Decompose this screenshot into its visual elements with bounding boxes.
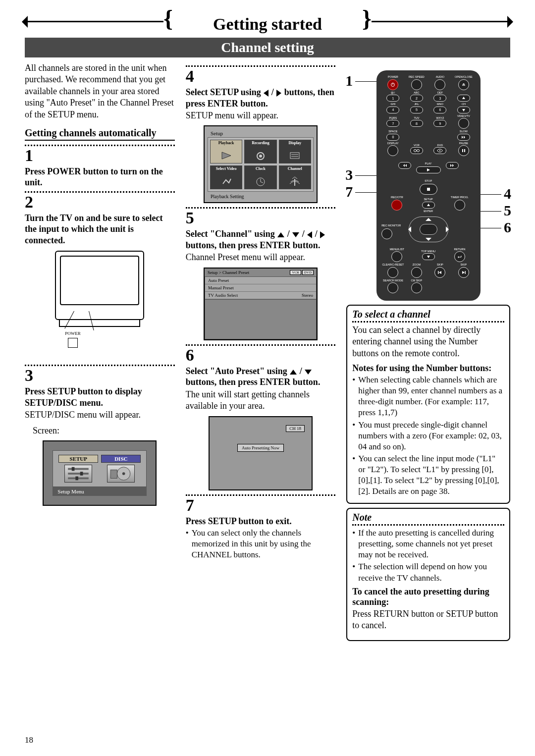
left-arrow-icon [307, 231, 312, 238]
note-2: The selection will depend on how you rec… [352, 561, 504, 583]
cm-skip-button [411, 282, 422, 293]
step-1-instruction: Press POWER button to turn on the unit. [25, 166, 175, 188]
svg-marker-40 [427, 256, 430, 258]
number-note-3: You can select the line input mode ("L1"… [352, 453, 504, 497]
dpad-right-icon [446, 226, 452, 232]
svg-marker-21 [462, 83, 465, 85]
svg-marker-25 [462, 136, 463, 139]
pause-button [458, 145, 469, 156]
zoom-button [411, 267, 422, 278]
svg-rect-1 [68, 473, 89, 475]
svg-rect-31 [462, 149, 463, 152]
enter-button [420, 224, 437, 235]
separator [186, 65, 336, 67]
step-5-body: Channel Preset menu will appear. [186, 252, 336, 263]
step-6-body: The unit will start getting channels ava… [186, 389, 336, 412]
select-channel-title: To select a channel [352, 309, 504, 323]
title-brace-right: } [362, 13, 372, 25]
num-0: 0 [386, 134, 399, 141]
step-7-instruction: Press SETUP button to exit. [186, 516, 336, 527]
svg-point-30 [439, 150, 440, 151]
note-title: Note [352, 512, 504, 526]
rewind-button [398, 162, 411, 169]
svg-rect-12 [290, 153, 299, 159]
separator [186, 207, 336, 209]
callout-3: 3 [345, 166, 353, 183]
search-mode-button [387, 282, 398, 293]
num-9: 9 [433, 120, 446, 127]
dpad-down-icon [426, 238, 431, 244]
tab-select-video: Select Video [210, 165, 242, 189]
separator [186, 344, 336, 346]
tab-channel: Channel [279, 165, 311, 189]
title-brace-left: { [163, 13, 173, 25]
ffwd-button [446, 162, 459, 169]
svg-marker-41 [458, 256, 459, 258]
note-box: Note If the auto presetting is cancelled… [346, 508, 510, 641]
setup-menu-footer: Playback Setting [208, 192, 314, 199]
svg-rect-3 [72, 467, 75, 471]
rec-button [391, 200, 402, 211]
step-7-note: You can select only the channels memoriz… [186, 528, 336, 560]
num-8: 8 [410, 120, 423, 127]
ch-up [457, 95, 470, 102]
rec-speed-button [411, 79, 422, 90]
cancel-body: Press RETURN button or SETUP button to c… [352, 608, 504, 632]
video-tv-button [458, 118, 469, 129]
dvd-badge: DVD [302, 270, 314, 275]
down-arrow-icon [292, 232, 299, 237]
play-button [416, 166, 441, 173]
remote-figure: 1 3 7 4 5 6 POWER REC SPEED AUDIO OPEN/C… [346, 62, 510, 301]
callout-7: 7 [345, 183, 353, 200]
svg-marker-43 [439, 271, 441, 274]
svg-marker-44 [462, 271, 465, 274]
tab-recording: Recording [244, 140, 276, 163]
slow-button [457, 134, 470, 141]
svg-marker-9 [222, 152, 231, 159]
audio-button [434, 79, 445, 90]
svg-marker-24 [462, 109, 465, 111]
ap-status-message: Auto Presetting Now [237, 444, 284, 452]
left-arrow-icon [264, 90, 268, 97]
svg-point-11 [259, 155, 262, 158]
step-5-instruction: Select "Channel" using / / / buttons, th… [186, 228, 336, 251]
svg-marker-23 [462, 97, 465, 99]
screen-label: Screen: [25, 425, 175, 436]
channel-preset-screen: Setup > Channel Preset VCR DVD Auto Pres… [204, 268, 318, 340]
cancel-heading: To cancel the auto presetting during sca… [352, 587, 504, 607]
svg-rect-0 [68, 468, 89, 470]
intro-text: All channels are stored in the unit when… [25, 62, 175, 120]
subheading-auto-channels: Getting channels automatically [25, 127, 175, 141]
cp-row-auto-preset: Auto Preset [205, 277, 316, 284]
svg-point-27 [414, 150, 416, 152]
separator [186, 494, 336, 496]
separator [25, 191, 175, 193]
tab-playback: Playback [210, 140, 242, 163]
rec-monitor-button [381, 228, 392, 239]
callout-6: 6 [504, 219, 511, 236]
step-6-instruction: Select "Auto Preset" using / buttons, th… [186, 366, 336, 388]
clear-button [387, 267, 398, 278]
select-channel-box: To select a channel You can select a cha… [346, 305, 510, 504]
svg-rect-22 [462, 85, 465, 86]
svg-marker-36 [450, 164, 452, 167]
page-title-bar: { Getting started } [25, 15, 510, 34]
cp-breadcrumb: Setup > Channel Preset [208, 270, 249, 275]
svg-marker-34 [405, 164, 407, 167]
svg-point-28 [417, 150, 419, 152]
svg-rect-38 [427, 188, 430, 191]
vcr-button [410, 147, 423, 154]
number-note-2: You must precede single-digit channel nu… [352, 420, 504, 452]
step-3-instruction: Press SETUP button to display SETUP/DISC… [25, 386, 175, 408]
dpad-left-icon [405, 226, 411, 232]
title-rule-right [372, 21, 510, 22]
dpad-up-icon [426, 215, 431, 221]
svg-point-7 [122, 472, 125, 475]
svg-marker-35 [427, 168, 430, 171]
step-3-body: SETUP/DISC menu will appear. [25, 409, 175, 421]
svg-rect-5 [76, 477, 79, 481]
dvd-button [433, 147, 446, 154]
callout-1: 1 [345, 72, 353, 89]
right-arrow-icon [320, 231, 325, 238]
step-4-instruction: Select SETUP using / buttons, then press… [186, 87, 336, 109]
